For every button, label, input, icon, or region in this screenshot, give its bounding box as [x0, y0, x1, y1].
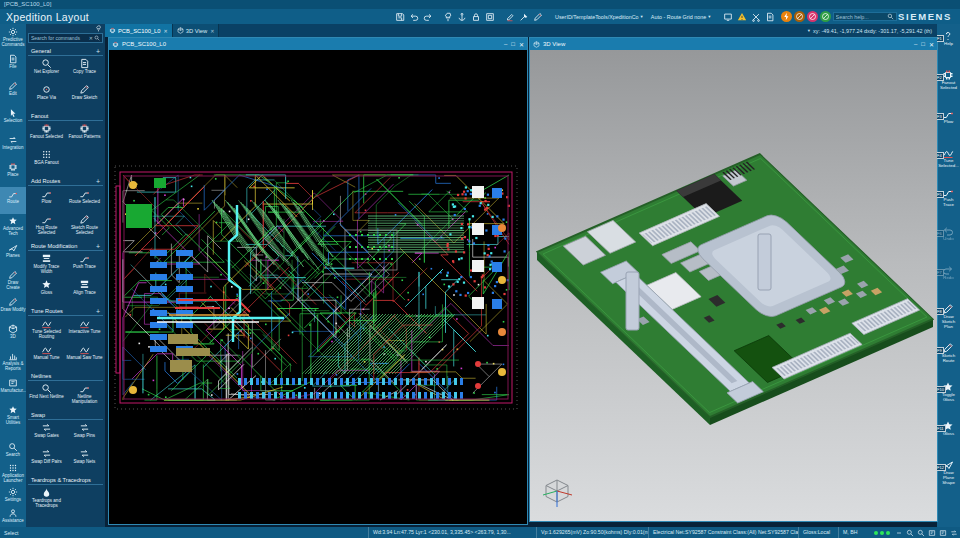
section-header-swap[interactable]: Swap — [28, 410, 103, 420]
paint-icon[interactable] — [504, 11, 516, 23]
fkey-f6-undo[interactable]: F6Undo — [937, 223, 960, 262]
cmd-bga-fanout[interactable]: BGA Fanout — [28, 148, 65, 174]
close-tab-icon[interactable]: ✕ — [210, 28, 214, 34]
minus-icon[interactable] — [895, 529, 903, 537]
view-cube[interactable] — [543, 480, 572, 507]
cmd-gloss[interactable]: Gloss — [28, 278, 65, 304]
cmd-swap-nets[interactable]: Swap Nets — [66, 447, 103, 473]
scissors-icon[interactable] — [750, 11, 762, 23]
cmd-fanout-selected[interactable]: Fanout Selected — [28, 122, 65, 148]
cmd-interactive-tune[interactable]: Interactive Tune — [66, 317, 103, 343]
sidebar-item-draw-modify[interactable]: Draw Modify — [0, 295, 26, 322]
fkey-f12-draw-plane-shape[interactable]: F12Draw Plane Shape — [937, 457, 960, 496]
cmd-swap-diff-pairs[interactable]: Swap Diff Pairs — [28, 447, 65, 473]
undo-icon[interactable] — [408, 11, 420, 23]
3d-canvas[interactable] — [530, 50, 937, 521]
section-header-general[interactable]: General+ — [28, 46, 103, 56]
fkey-f5-push-trace[interactable]: F5Push Trace — [937, 184, 960, 223]
pcb-layout-canvas[interactable] — [109, 50, 527, 524]
help-search[interactable] — [833, 12, 897, 21]
pencil-icon[interactable] — [532, 11, 544, 23]
section-header-fanout[interactable]: Fanout — [28, 111, 103, 121]
minimize-icon[interactable]: – — [504, 41, 507, 48]
drc-round-button-4[interactable] — [820, 11, 831, 22]
close-tab-icon[interactable]: ✕ — [164, 28, 168, 34]
sidebar-item-smart-utilities[interactable]: Smart Utilities — [0, 403, 26, 430]
cmd-swap-pins[interactable]: Swap Pins — [66, 421, 103, 447]
sidebar-item-predictive-commands[interactable]: Predictive Commands — [0, 25, 26, 52]
floppy-icon[interactable] — [394, 11, 406, 23]
sidebar-item-draw-create[interactable]: Draw Create — [0, 268, 26, 295]
board-icon[interactable] — [939, 529, 947, 537]
close-icon[interactable]: ✕ — [519, 41, 524, 48]
fkey-f3-plow[interactable]: F3Plow — [937, 106, 960, 145]
board-icon[interactable] — [928, 529, 936, 537]
chevron-down-icon[interactable]: ▾ — [808, 28, 810, 33]
sidebar-item-selection[interactable]: Selection — [0, 106, 26, 133]
expand-icon[interactable]: + — [96, 49, 100, 54]
fkey-f9-sketch-route[interactable]: F9Sketch Route — [937, 340, 960, 379]
search-icon[interactable] — [917, 529, 925, 537]
minimize-icon[interactable]: – — [914, 41, 917, 48]
cmd-netline-manipulation[interactable]: Netline Manipulation — [66, 382, 103, 408]
cmd-fanout-patterns[interactable]: Fanout Patterns — [66, 122, 103, 148]
route-grid-dropdown[interactable]: Auto - Route Grid none ▾ — [648, 14, 714, 20]
warning-icon[interactable] — [736, 11, 748, 23]
clear-search-icon[interactable]: ✕ — [89, 35, 93, 41]
search-icon[interactable] — [906, 529, 914, 537]
fkey-f8-draw-sketch-plan[interactable]: F8Draw Sketch Plan — [937, 301, 960, 340]
section-header-route-modification[interactable]: Route Modification+ — [28, 241, 103, 251]
sidebar-item-application-launcher[interactable]: Application Launcher — [0, 461, 26, 485]
fkey-f4-tune-selected[interactable]: F4Tune Selected... — [937, 145, 960, 184]
help-search-input[interactable] — [836, 14, 887, 20]
redo-icon[interactable] — [422, 11, 434, 23]
cmd-place-via[interactable]: Place Via — [28, 83, 65, 109]
cmd-tune-selected-routing[interactable]: Tune Selected Routing — [28, 317, 65, 343]
maximize-icon[interactable]: □ — [921, 41, 925, 48]
maximize-icon[interactable]: □ — [511, 41, 515, 48]
sidebar-item-place[interactable]: Place — [0, 160, 26, 187]
tab-pcb-sc100-l0[interactable]: PCB_SC100_L0✕ — [105, 24, 173, 37]
fkey-f1-help[interactable]: F1Help — [937, 28, 960, 67]
cmd-manual-saw-tune[interactable]: Manual Saw Tune — [66, 343, 103, 369]
cmd-sketch-route-selected[interactable]: Sketch Route Selected — [66, 213, 103, 239]
display-icon[interactable] — [722, 11, 734, 23]
cmd-align-trace[interactable]: Align Trace — [66, 278, 103, 304]
3d-window-titlebar[interactable]: 3D View – □ ✕ — [530, 38, 937, 50]
fkey-f11-gloss[interactable]: F11Gloss — [937, 418, 960, 457]
cmd-teardrops-and-tracedrops[interactable]: Teardrops and Tracedrops — [28, 486, 65, 512]
cmd-net-explorer[interactable]: Net Explorer — [28, 57, 65, 83]
command-search[interactable]: ✕ — [28, 33, 103, 43]
expand-icon[interactable]: + — [96, 309, 100, 314]
tab-3d-view[interactable]: 3D View✕ — [173, 24, 220, 37]
probe-icon[interactable] — [518, 11, 530, 23]
cmd-push-trace[interactable]: Push Trace — [66, 252, 103, 278]
cmd-route-selected[interactable]: Route Selected — [66, 187, 103, 213]
pcb-window-titlebar[interactable]: PCB_SC100_L0 – □ ✕ — [109, 38, 527, 50]
doc-icon[interactable] — [764, 11, 776, 23]
sidebar-item-advanced-tech[interactable]: Advanced Tech — [0, 214, 26, 241]
lock-icon[interactable] — [470, 11, 482, 23]
drc-round-button-3[interactable] — [807, 11, 818, 22]
fkey-f7-redo[interactable]: F7Redo — [937, 262, 960, 301]
drc-round-button-2[interactable] — [794, 11, 805, 22]
search-icon[interactable] — [94, 35, 100, 41]
expand-icon[interactable]: + — [96, 179, 100, 184]
swap-icon[interactable] — [950, 529, 958, 537]
anchor-icon[interactable] — [456, 11, 468, 23]
sidebar-item-edit[interactable]: Edit — [0, 79, 26, 106]
command-search-input[interactable] — [31, 35, 88, 41]
section-header-netlines[interactable]: Netlines — [28, 371, 103, 381]
sidebar-item-manufactur[interactable]: Manufactur... — [0, 376, 26, 403]
sidebar-item-route[interactable]: Route — [0, 187, 26, 214]
sidebar-item-planes[interactable]: Planes — [0, 241, 26, 268]
sidebar-item-integration[interactable]: Integration — [0, 133, 26, 160]
cmd-draw-sketch[interactable]: Draw Sketch — [66, 83, 103, 109]
cmd-plow[interactable]: Plow — [28, 187, 65, 213]
pin-icon[interactable] — [442, 11, 454, 23]
close-icon[interactable]: ✕ — [929, 41, 934, 48]
cmd-hug-route-selected[interactable]: Hug Route Selected — [28, 213, 65, 239]
cmd-modify-trace-width[interactable]: Modify Trace Width — [28, 252, 65, 278]
expand-icon[interactable]: + — [96, 244, 100, 249]
sidebar-item-assistance[interactable]: Assistance — [0, 506, 26, 527]
